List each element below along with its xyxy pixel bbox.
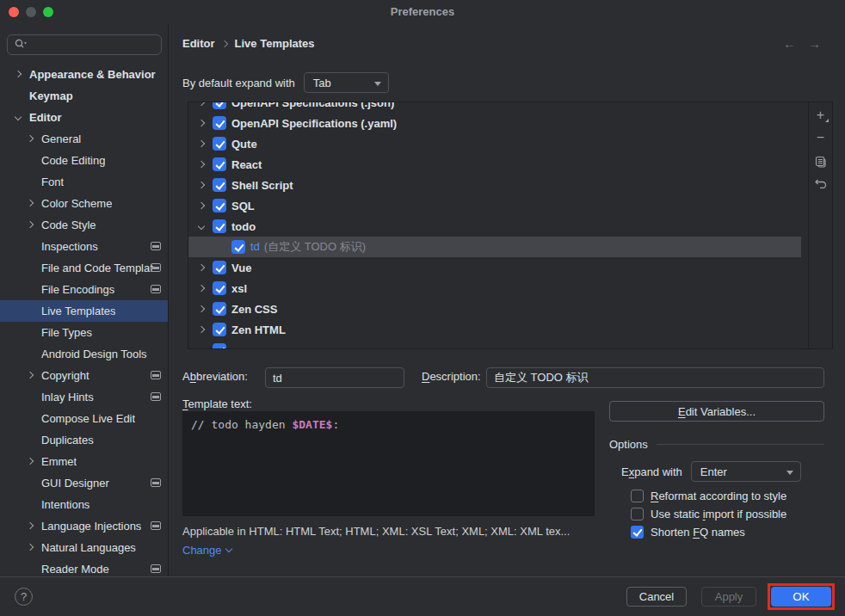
chevron-right-icon[interactable] [199,265,204,270]
chevron-right-icon[interactable] [199,182,204,188]
chevron-right-icon[interactable] [28,222,34,228]
sidebar-item-appearance-behavior[interactable]: Appearance & Behavior [0,64,168,85]
sidebar-item-general[interactable]: General [0,128,168,150]
static-import-checkbox-row[interactable]: Use static import if possible [631,506,786,521]
sidebar-item-font[interactable]: Font [0,171,168,193]
template-group-row[interactable]: OpenAPI Specifications (.json) [188,102,808,113]
description-input[interactable] [486,367,824,388]
add-template-button[interactable]: + [813,109,829,123]
sidebar-item-language-injections[interactable]: Language Injections [0,515,168,537]
chevron-right-icon[interactable] [199,203,204,208]
project-settings-icon [151,263,161,272]
checked-checkbox[interactable] [213,219,226,233]
template-list[interactable]: OpenAPI Specifications (.json) OpenAPI S… [188,102,808,348]
checked-checkbox[interactable] [213,323,226,336]
template-group-row[interactable]: Shell Script [188,175,808,195]
sidebar-item-compose-live-edit[interactable]: Compose Live Edit [0,408,168,429]
restore-defaults-button[interactable] [813,176,829,190]
checked-checkbox[interactable] [213,178,226,192]
chevron-right-icon[interactable] [199,141,204,146]
template-group-row[interactable]: xsl [188,278,808,299]
template-group-row[interactable]: SQL [188,195,808,216]
title-bar: Preferences [0,0,845,24]
chevron-right-icon[interactable] [199,162,204,167]
chevron-down-icon[interactable] [15,114,22,120]
sidebar-item-natural-languages[interactable]: Natural Languages [0,537,168,558]
chevron-right-icon[interactable] [28,200,34,206]
cancel-button[interactable]: Cancel [626,587,687,607]
reformat-checkbox-row[interactable]: Reformat according to style [631,488,786,503]
chevron-right-icon[interactable] [199,327,204,332]
unchecked-checkbox[interactable] [631,490,644,502]
sidebar-item-android-design-tools[interactable]: Android Design Tools [0,343,168,365]
template-group-row[interactable]: Zen CSS [188,299,808,319]
checked-checkbox[interactable] [231,240,245,254]
checked-checkbox[interactable] [213,102,226,109]
ok-button[interactable]: OK [771,587,831,607]
chevron-right-icon[interactable] [28,136,34,142]
sidebar-item-intentions[interactable]: Intentions [0,494,168,515]
chevron-right-icon[interactable] [199,286,204,291]
template-group-row[interactable]: Qute [188,133,808,154]
edit-variables-button[interactable]: Edit Variables... [609,401,824,422]
shorten-fq-checkbox-row[interactable]: Shorten FQ names [631,524,745,539]
sidebar-item-inlay-hints[interactable]: Inlay Hints [0,386,168,408]
expand-with-select[interactable]: Enter [691,461,801,482]
sidebar-item-copyright[interactable]: Copyright [0,365,168,386]
settings-search-input[interactable] [7,34,162,55]
checked-checkbox[interactable] [213,137,226,151]
template-group-row-partial[interactable] [188,340,808,348]
template-group-row[interactable]: React [188,154,808,175]
sidebar-item-keymap[interactable]: Keymap [0,85,168,107]
checked-checkbox[interactable] [213,302,226,316]
sidebar-item-editor[interactable]: Editor [0,107,168,128]
sidebar-item-live-templates[interactable]: Live Templates [0,300,168,322]
apply-button[interactable]: Apply [701,587,756,607]
forward-arrow-icon[interactable]: → [808,36,821,51]
help-button[interactable]: ? [15,588,33,606]
sidebar-item-gui-designer[interactable]: GUI Designer [0,472,168,494]
checked-checkbox[interactable] [213,157,226,171]
chevron-down-icon[interactable] [199,224,204,229]
sidebar-item-inspections[interactable]: Inspections [0,236,168,257]
template-group-row[interactable]: Zen HTML [188,319,808,340]
sidebar-item-file-encodings[interactable]: File Encodings [0,279,168,300]
sidebar-item-code-style[interactable]: Code Style [0,214,168,236]
template-group-row[interactable]: Vue [188,257,808,278]
checked-checkbox[interactable] [213,116,226,130]
chevron-right-icon[interactable] [199,102,204,105]
applicable-contexts-text: Applicable in HTML: HTML Text; HTML; XML… [182,525,613,538]
sidebar-item-code-editing[interactable]: Code Editing [0,150,168,171]
sidebar-item-duplicates[interactable]: Duplicates [0,429,168,451]
template-text-editor[interactable]: // todo hayden $DATE$: [182,411,595,516]
template-group-row-todo[interactable]: todo [188,216,808,237]
project-settings-icon [151,521,161,530]
chevron-right-icon[interactable] [28,523,34,529]
chevron-right-icon[interactable] [28,459,34,465]
change-contexts-link[interactable]: Change [182,544,232,557]
chevron-right-icon[interactable] [199,306,204,311]
sidebar-item-reader-mode[interactable]: Reader Mode [0,558,168,576]
default-expand-select[interactable]: Tab [304,72,389,93]
sidebar-item-file-types[interactable]: File Types [0,322,168,343]
template-group-row[interactable]: OpenAPI Specifications (.yaml) [188,113,808,133]
breadcrumb-editor[interactable]: Editor [182,37,215,50]
chevron-right-icon[interactable] [15,71,22,77]
chevron-right-icon[interactable] [199,120,204,126]
back-arrow-icon[interactable]: ← [783,36,796,51]
checked-checkbox[interactable] [213,199,226,213]
checked-checkbox[interactable] [213,281,226,295]
unchecked-checkbox[interactable] [631,508,644,521]
chevron-right-icon[interactable] [28,545,34,551]
sidebar-item-emmet[interactable]: Emmet [0,451,168,472]
abbreviation-input[interactable] [265,367,404,388]
template-row-td-selected[interactable]: td(自定义 TODO 标识) [188,237,801,257]
remove-template-button[interactable]: − [813,132,829,145]
duplicate-template-button[interactable] [813,154,829,168]
checked-checkbox[interactable] [631,526,644,539]
chevron-right-icon[interactable] [28,373,34,379]
checked-checkbox[interactable] [213,261,226,274]
checked-checkbox[interactable] [213,343,226,348]
sidebar-item-file-and-code-templates[interactable]: File and Code Templat [0,257,168,279]
sidebar-item-color-scheme[interactable]: Color Scheme [0,193,168,214]
